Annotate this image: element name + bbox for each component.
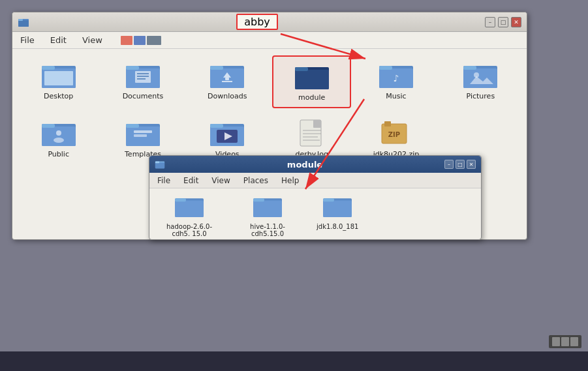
svg-text:ZIP: ZIP bbox=[388, 131, 400, 138]
bottom-widget bbox=[549, 335, 581, 348]
svg-rect-75 bbox=[561, 337, 569, 346]
sub-menu-edit[interactable]: Edit bbox=[181, 175, 201, 186]
svg-rect-63 bbox=[175, 201, 204, 217]
file-label-music: Music bbox=[386, 92, 406, 100]
file-label-documents: Documents bbox=[123, 92, 164, 100]
sub-menu-view[interactable]: View bbox=[209, 175, 232, 186]
svg-rect-47 bbox=[210, 124, 223, 128]
sub-file-item-jdk[interactable]: jdk1.8.0_181 bbox=[317, 194, 358, 237]
file-label-module: module bbox=[298, 93, 325, 102]
file-item-downloads[interactable]: Downloads bbox=[188, 55, 267, 108]
svg-rect-31 bbox=[463, 68, 497, 88]
sub-file-item-hive[interactable]: hive-1.1.0-cdh5.15.0 bbox=[238, 194, 297, 237]
menu-file[interactable]: File bbox=[18, 34, 37, 46]
sub-minimize-button[interactable]: – bbox=[444, 160, 454, 169]
toolbar-icon-2 bbox=[134, 36, 146, 45]
svg-rect-25 bbox=[295, 67, 308, 71]
file-label-downloads: Downloads bbox=[208, 92, 247, 100]
svg-rect-12 bbox=[126, 66, 139, 70]
svg-point-38 bbox=[56, 130, 61, 136]
file-label-pictures: Pictures bbox=[467, 92, 495, 100]
sub-window-title: module bbox=[165, 160, 444, 170]
sub-file-item-hadoop[interactable]: hadoop-2.6.0-cdh5. 15.0 bbox=[160, 194, 219, 237]
toolbar-icon-3 bbox=[147, 36, 161, 45]
menu-edit[interactable]: Edit bbox=[48, 34, 69, 46]
sub-window-controls: – □ ✕ bbox=[444, 160, 476, 169]
sub-menu-file[interactable]: File bbox=[155, 175, 173, 186]
maximize-button[interactable]: □ bbox=[498, 17, 508, 27]
svg-rect-64 bbox=[175, 198, 186, 201]
svg-rect-37 bbox=[42, 124, 55, 128]
svg-rect-9 bbox=[44, 71, 73, 85]
svg-rect-42 bbox=[126, 124, 139, 128]
svg-rect-21 bbox=[225, 78, 229, 80]
close-button[interactable]: ✕ bbox=[511, 17, 521, 27]
svg-rect-19 bbox=[210, 66, 223, 70]
window-title: abby bbox=[236, 14, 278, 30]
svg-rect-51 bbox=[313, 120, 321, 128]
sub-menubar: File Edit View Places Help bbox=[149, 173, 481, 188]
svg-rect-32 bbox=[463, 66, 476, 70]
svg-rect-67 bbox=[253, 198, 264, 201]
svg-rect-8 bbox=[42, 66, 55, 70]
svg-rect-43 bbox=[134, 130, 152, 133]
svg-point-39 bbox=[54, 138, 64, 143]
svg-rect-4 bbox=[134, 36, 146, 45]
sub-menu-help[interactable]: Help bbox=[279, 175, 302, 186]
sub-file-manager-window: module – □ ✕ File Edit View Places Help … bbox=[149, 155, 482, 240]
svg-rect-69 bbox=[323, 201, 352, 217]
app-icon bbox=[18, 16, 29, 28]
taskbar bbox=[0, 351, 588, 371]
file-label-desktop: Desktop bbox=[44, 92, 73, 100]
svg-rect-60 bbox=[155, 162, 164, 168]
sub-file-label-hadoop: hadoop-2.6.0-cdh5. 15.0 bbox=[160, 223, 219, 237]
svg-rect-5 bbox=[147, 36, 161, 45]
file-item-desktop[interactable]: Desktop bbox=[19, 55, 98, 108]
window-controls: – □ ✕ bbox=[485, 17, 521, 27]
file-item-public[interactable]: Public bbox=[19, 113, 98, 164]
sub-file-label-jdk: jdk1.8.0_181 bbox=[317, 223, 358, 230]
svg-rect-2 bbox=[18, 19, 23, 21]
main-file-grid: Desktop Documents bbox=[12, 49, 527, 170]
file-item-pictures[interactable]: Pictures bbox=[441, 55, 520, 108]
svg-rect-57 bbox=[384, 121, 391, 126]
svg-rect-28 bbox=[379, 66, 392, 70]
svg-rect-74 bbox=[552, 337, 560, 346]
svg-rect-24 bbox=[295, 70, 329, 89]
menu-view[interactable]: View bbox=[80, 34, 105, 46]
svg-text:♪: ♪ bbox=[394, 73, 399, 83]
svg-rect-1 bbox=[18, 20, 29, 27]
svg-rect-61 bbox=[155, 162, 159, 164]
minimize-button[interactable]: – bbox=[485, 17, 495, 27]
sub-titlebar: module – □ ✕ bbox=[149, 156, 481, 173]
svg-rect-13 bbox=[135, 71, 151, 83]
sub-menu-places[interactable]: Places bbox=[241, 175, 271, 186]
toolbar-icon-1 bbox=[121, 36, 132, 45]
sub-file-grid: hadoop-2.6.0-cdh5. 15.0 hive-1.1.0-cdh5.… bbox=[149, 188, 481, 243]
main-menubar: File Edit View bbox=[12, 32, 527, 49]
file-item-module[interactable]: module bbox=[272, 55, 351, 108]
svg-rect-36 bbox=[42, 126, 76, 146]
file-item-music[interactable]: ♪ Music bbox=[356, 55, 435, 108]
file-item-documents[interactable]: Documents bbox=[103, 55, 182, 108]
svg-rect-3 bbox=[121, 36, 132, 45]
svg-rect-70 bbox=[323, 198, 334, 201]
sub-close-button[interactable]: ✕ bbox=[467, 160, 476, 169]
main-titlebar: abby – □ ✕ bbox=[12, 12, 527, 32]
sub-file-label-hive: hive-1.1.0-cdh5.15.0 bbox=[238, 223, 297, 237]
file-label-public: Public bbox=[48, 150, 69, 158]
svg-rect-44 bbox=[134, 134, 147, 137]
svg-rect-66 bbox=[253, 201, 282, 217]
svg-rect-76 bbox=[570, 337, 578, 346]
sub-app-icon bbox=[155, 159, 165, 170]
sub-maximize-button[interactable]: □ bbox=[456, 160, 465, 169]
